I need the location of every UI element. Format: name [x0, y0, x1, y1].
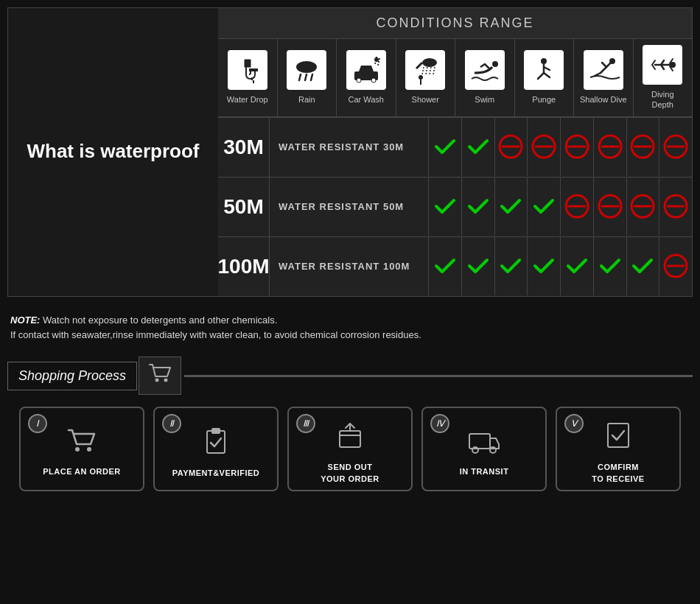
svg-point-10: [371, 78, 376, 82]
table-row: 30MWATER RESISTANT 30M: [218, 117, 692, 177]
step-icon: [201, 426, 231, 462]
icon-cell-rain: Rain: [278, 39, 337, 116]
svg-point-21: [419, 75, 423, 80]
note-line1: Watch not exposure to detergents and oth…: [40, 315, 277, 326]
svg-rect-14: [407, 52, 443, 88]
table-cell: [527, 117, 560, 176]
step-icon: [603, 421, 633, 456]
step-number: Ⅴ: [564, 414, 584, 433]
meter-badge: 100M: [218, 237, 270, 296]
svg-point-9: [357, 78, 361, 82]
svg-rect-23: [467, 52, 503, 88]
icon-cell-water-drop: Water Drop: [218, 39, 278, 116]
table-cell: [560, 236, 593, 295]
row-description: WATER RESISTANT 30M: [270, 141, 413, 152]
waterproof-title: What is waterproof: [27, 139, 199, 164]
svg-point-15: [422, 58, 437, 67]
step-icon: [468, 428, 500, 460]
water-drop-label: Water Drop: [227, 94, 268, 105]
carwash-label: Car Wash: [349, 94, 385, 105]
svg-rect-58: [211, 428, 220, 434]
swim-label: Swim: [475, 94, 494, 105]
table-cell: [428, 236, 461, 295]
cart-icon: [139, 357, 181, 395]
car-wash-icon: [346, 50, 386, 90]
table-cell: [527, 177, 560, 236]
table-cell: [659, 177, 692, 236]
icon-cell-diving-depth: DivingDepth: [634, 39, 693, 116]
table-row: 100MWATER RESISTANT 100M: [218, 236, 692, 296]
table-cell: [626, 117, 659, 176]
right-panel: CONDITIONS RANGE Water Drop: [218, 8, 692, 296]
step-card: ⅣIN TRANSIT: [421, 407, 547, 491]
svg-rect-65: [608, 424, 629, 447]
table-row: 50MWATER RESISTANT 50M: [218, 177, 692, 236]
table-cell: [461, 117, 494, 176]
data-rows-container: 30MWATER RESISTANT 30M50MWATER RESISTANT…: [218, 117, 692, 296]
shopping-header: Shopping Process: [7, 357, 693, 395]
row-description: WATER RESISTANT 50M: [270, 201, 413, 212]
svg-rect-57: [207, 431, 225, 453]
table-cell: [494, 117, 528, 176]
divider-line: [184, 375, 693, 377]
table-cell: [659, 236, 692, 295]
table-cell: [428, 117, 461, 176]
punge-label: Punge: [532, 94, 556, 105]
note-line2: If contact with seawater,rinse immediate…: [10, 329, 421, 340]
step-label: PAYMENT&VERIFIED: [172, 468, 260, 479]
svg-rect-62: [469, 434, 490, 449]
icon-cell-punge: Punge: [515, 39, 575, 116]
icon-cell-carwash: Car Wash: [337, 39, 396, 116]
svg-point-13: [374, 57, 379, 62]
punge-icon: [524, 50, 564, 90]
step-icon: [335, 421, 365, 456]
step-label: IN TRANSIT: [460, 466, 509, 477]
rain-icon: [287, 50, 326, 90]
shallow-dive-label: Shallow Dive: [580, 94, 627, 105]
step-label: SEND OUTYOUR ORDER: [321, 462, 379, 485]
table-cell: [428, 177, 461, 236]
icon-cell-shower: Shower: [396, 39, 456, 116]
table-cell: [626, 236, 659, 295]
conditions-header: CONDITIONS RANGE: [218, 8, 692, 39]
svg-rect-1: [249, 69, 258, 71]
svg-point-54: [164, 379, 168, 382]
icon-cell-swim: Swim: [455, 39, 515, 116]
diving-depth-label: DivingDepth: [651, 89, 674, 110]
svg-point-53: [155, 379, 159, 382]
step-card: ⅤCOMFIRMTO RECEIVE: [556, 407, 681, 491]
step-card: ⅢSEND OUTYOUR ORDER: [287, 407, 413, 491]
svg-point-56: [87, 447, 91, 452]
note-label: NOTE:: [10, 315, 40, 326]
svg-rect-59: [340, 431, 360, 447]
table-cell: [494, 236, 528, 295]
rain-label: Rain: [298, 94, 315, 105]
table-cell: [461, 236, 494, 295]
step-card: ⅡPAYMENT&VERIFIED: [153, 407, 279, 491]
table-cell: [593, 236, 626, 295]
svg-point-3: [296, 61, 317, 73]
icons-row: Water Drop Rain: [218, 39, 692, 117]
table-cell: [593, 177, 626, 236]
table-cell: [494, 177, 528, 236]
water-drop-icon: [228, 50, 267, 90]
table-cell: [659, 117, 692, 176]
notes-section: NOTE: Watch not exposure to detergents a…: [0, 304, 700, 350]
table-cell: [527, 236, 560, 295]
table-cell: [626, 177, 659, 236]
step-card: ⅠPLACE AN ORDER: [19, 407, 144, 491]
row-description: WATER RESISTANT 100M: [270, 261, 419, 272]
meter-badge: 30M: [218, 118, 270, 177]
step-label: COMFIRMTO RECEIVE: [592, 462, 644, 485]
table-cell: [461, 177, 494, 236]
table-cell: [593, 117, 626, 176]
meter-badge: 50M: [218, 178, 270, 236]
icon-cell-shallow-dive: Shallow Dive: [574, 39, 634, 116]
table-cell: [560, 177, 593, 236]
shallow-dive-icon: [584, 50, 623, 90]
diving-depth-icon: [643, 45, 682, 85]
table-cell: [560, 117, 593, 176]
steps-row: ⅠPLACE AN ORDERⅡPAYMENT&VERIFIEDⅢSEND OU…: [0, 395, 700, 503]
svg-rect-0: [230, 52, 265, 88]
step-icon: [67, 428, 97, 460]
